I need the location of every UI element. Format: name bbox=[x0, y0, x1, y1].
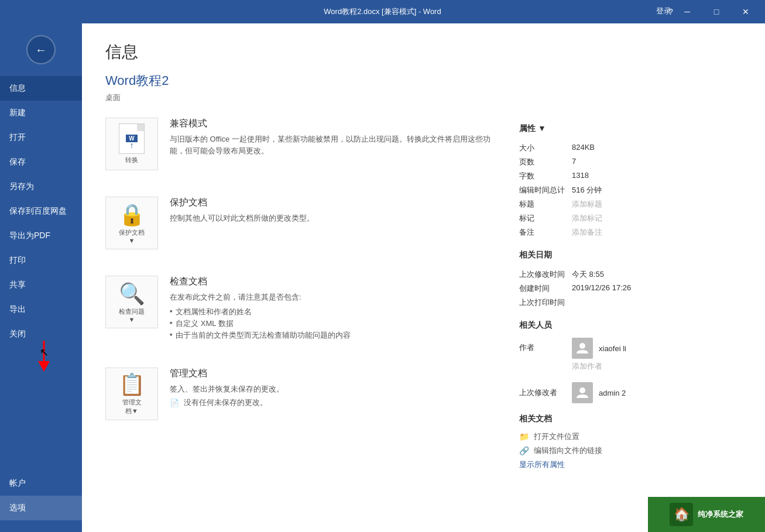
manage-content: 管理文档 签入、签出并恢复未保存的更改。 📄 没有任何未保存的更改。 bbox=[170, 368, 496, 409]
prop-row-words: 字数 1318 bbox=[519, 169, 742, 183]
author-details: xiaofei li 添加作者 bbox=[572, 338, 626, 377]
doc-location: 桌面 bbox=[105, 92, 742, 103]
sidebar-item-savebaidu[interactable]: 保存到百度网盘 bbox=[0, 199, 82, 224]
sidebar-item-export-pdf[interactable]: 导出为PDF bbox=[0, 224, 82, 248]
protect-label: 保护文档▼ bbox=[119, 228, 145, 244]
help-button[interactable]: ? bbox=[657, 0, 684, 23]
sidebar-item-info[interactable]: 信息 bbox=[0, 76, 82, 101]
compat-desc: 与旧版本的 Office 一起使用时，某些新功能被禁用，以防止出现问题。转换此文… bbox=[170, 133, 496, 156]
date-row-modified: 上次修改时间 今天 8:55 bbox=[519, 267, 742, 282]
sidebar-item-new[interactable]: 新建 bbox=[0, 101, 82, 125]
folder-icon: 📁 bbox=[519, 432, 529, 441]
manage-card: 📋 管理文档▼ 管理文档 签入、签出并恢复未保存的更改。 📄 没有任何未保存的更… bbox=[105, 368, 496, 432]
modifier-label: 上次修改者 bbox=[519, 387, 572, 398]
modifier-entry: admin 2 bbox=[572, 382, 626, 403]
dates-section-title: 相关日期 bbox=[519, 250, 742, 260]
inspect-list-item-0: 文档属性和作者的姓名 bbox=[170, 306, 496, 318]
inspect-title: 检查文档 bbox=[170, 276, 496, 288]
sidebar-item-close[interactable]: 关闭 bbox=[0, 322, 82, 346]
back-button[interactable]: ← bbox=[26, 35, 56, 64]
sidebar-item-exportout[interactable]: 导出 bbox=[0, 297, 82, 322]
link-icon: 🔗 bbox=[519, 446, 529, 455]
doc-saved-icon: 📄 bbox=[170, 399, 179, 407]
inspect-icon: 🔍 bbox=[119, 282, 145, 306]
protect-card: 🔒 保护文档▼ 保护文档 控制其他人可以对此文档所做的更改类型。 bbox=[105, 197, 496, 261]
protect-title: 保护文档 bbox=[170, 197, 496, 209]
modifier-row: 上次修改者 admin 2 bbox=[519, 382, 742, 403]
compat-icon: W ↑ bbox=[119, 123, 145, 154]
sidebar-item-save[interactable]: 保存 bbox=[0, 150, 82, 174]
inspect-list-item-1: 自定义 XML 数据 bbox=[170, 318, 496, 330]
sidebar-item-share[interactable]: 共享 bbox=[0, 273, 82, 297]
compat-title: 兼容模式 bbox=[170, 118, 496, 130]
inspect-desc: 在发布此文件之前，请注意其是否包含: bbox=[170, 291, 496, 303]
info-layout: W ↑ 转换 兼容模式 与旧版本的 Office 一起使用时，某些新功能被禁用，… bbox=[105, 118, 742, 470]
no-unsaved-changes: 📄 没有任何未保存的更改。 bbox=[170, 397, 496, 408]
sidebar-item-account[interactable]: 帐户 bbox=[0, 471, 82, 496]
restore-button[interactable]: □ bbox=[703, 0, 730, 23]
word-doc-shape: W ↑ bbox=[119, 123, 145, 154]
prop-row-notes: 备注 添加备注 bbox=[519, 225, 742, 239]
manage-icon-box[interactable]: 📋 管理文档▼ bbox=[105, 368, 158, 420]
sidebar-item-saveas[interactable]: 另存为 bbox=[0, 174, 82, 199]
compat-icon-box[interactable]: W ↑ 转换 bbox=[105, 118, 158, 170]
prop-row-tags: 标记 添加标记 bbox=[519, 211, 742, 225]
inspect-label: 检查问题▼ bbox=[119, 307, 145, 323]
date-row-created: 创建时间 2019/12/26 17:26 bbox=[519, 282, 742, 296]
prop-row-size: 大小 824KB bbox=[519, 141, 742, 155]
doc-name: Word教程2 bbox=[105, 72, 742, 90]
compat-label: 转换 bbox=[125, 156, 138, 164]
prop-row-edittime: 编辑时间总计 516 分钟 bbox=[519, 183, 742, 197]
protect-desc: 控制其他人可以对此文档所做的更改类型。 bbox=[170, 212, 496, 224]
manage-title: 管理文档 bbox=[170, 368, 496, 380]
protect-content: 保护文档 控制其他人可以对此文档所做的更改类型。 bbox=[170, 197, 496, 224]
protect-icon: 🔒 bbox=[119, 202, 145, 227]
svg-point-0 bbox=[579, 343, 585, 349]
dates-table: 上次修改时间 今天 8:55 创建时间 2019/12/26 17:26 上次打… bbox=[519, 267, 742, 310]
inspect-card: 🔍 检查问题▼ 检查文档 在发布此文件之前，请注意其是否包含: 文档属性和作者的… bbox=[105, 276, 496, 353]
upload-arrow: ↑ bbox=[130, 140, 134, 150]
inspect-list-item-2: 由于当前的文件类型而无法检查辅助功能问题的内容 bbox=[170, 330, 496, 341]
titlebar: Word教程2.docx [兼容模式] - Word 登录 ? ─ □ ✕ bbox=[0, 0, 765, 23]
branding-text: 纯净系统之家 bbox=[698, 509, 743, 520]
svg-point-1 bbox=[579, 387, 585, 393]
author-name: xiaofei li bbox=[599, 344, 626, 353]
related-docs-links: 📁 打开文件位置 🔗 编辑指向文件的链接 显示所有属性 bbox=[519, 431, 742, 470]
inspect-list: 文档属性和作者的姓名 自定义 XML 数据 由于当前的文件类型而无法检查辅助功能… bbox=[170, 306, 496, 341]
open-file-location-link[interactable]: 📁 打开文件位置 bbox=[519, 431, 742, 442]
protect-icon-box[interactable]: 🔒 保护文档▼ bbox=[105, 197, 158, 249]
main-content: 信息 Word教程2 桌面 W ↑ 转换 bbox=[82, 23, 765, 532]
fold-corner bbox=[137, 124, 144, 131]
prop-row-pages: 页数 7 bbox=[519, 155, 742, 169]
compat-content: 兼容模式 与旧版本的 Office 一起使用时，某些新功能被禁用，以防止出现问题… bbox=[170, 118, 496, 156]
close-button[interactable]: ✕ bbox=[732, 0, 759, 23]
branding-logo: 🏠 bbox=[670, 503, 693, 526]
manage-label: 管理文档▼ bbox=[122, 398, 142, 416]
sidebar-item-print[interactable]: 打印 bbox=[0, 248, 82, 273]
window-controls: ─ □ ✕ bbox=[674, 0, 759, 23]
modifier-name: admin 2 bbox=[599, 389, 626, 397]
info-left: W ↑ 转换 兼容模式 与旧版本的 Office 一起使用时，某些新功能被禁用，… bbox=[105, 118, 496, 470]
sidebar-item-options[interactable]: 选项 bbox=[0, 496, 82, 520]
author-entry: xiaofei li bbox=[572, 338, 626, 359]
edit-links-link[interactable]: 🔗 编辑指向文件的链接 bbox=[519, 445, 742, 456]
manage-desc: 签入、签出并恢复未保存的更改。 bbox=[170, 383, 496, 395]
add-author-label[interactable]: 添加作者 bbox=[572, 361, 626, 372]
branding-area: 🏠 纯净系统之家 bbox=[648, 497, 765, 532]
related-docs-title: 相关文档 bbox=[519, 414, 742, 424]
properties-table: 大小 824KB 页数 7 字数 1318 编辑时间总计 516 分钟 bbox=[519, 141, 742, 239]
compat-card: W ↑ 转换 兼容模式 与旧版本的 Office 一起使用时，某些新功能被禁用，… bbox=[105, 118, 496, 182]
modifier-avatar bbox=[572, 382, 593, 403]
author-label: 作者 bbox=[519, 338, 572, 353]
inspect-content: 检查文档 在发布此文件之前，请注意其是否包含: 文档属性和作者的姓名 自定义 X… bbox=[170, 276, 496, 341]
properties-section-title[interactable]: 属性 ▼ bbox=[519, 123, 742, 134]
sidebar-bottom: 帐户 选项 bbox=[0, 471, 82, 532]
manage-icon: 📋 bbox=[119, 372, 145, 397]
author-row: 作者 xiaofei li 添加作者 bbox=[519, 338, 742, 377]
page-title: 信息 bbox=[105, 41, 742, 63]
info-right: 属性 ▼ 大小 824KB 页数 7 字数 1318 编辑 bbox=[519, 118, 742, 470]
date-row-printed: 上次打印时间 bbox=[519, 296, 742, 310]
sidebar-item-open[interactable]: 打开 bbox=[0, 125, 82, 150]
show-all-properties-link[interactable]: 显示所有属性 bbox=[519, 459, 742, 470]
inspect-icon-box[interactable]: 🔍 检查问题▼ bbox=[105, 276, 158, 328]
